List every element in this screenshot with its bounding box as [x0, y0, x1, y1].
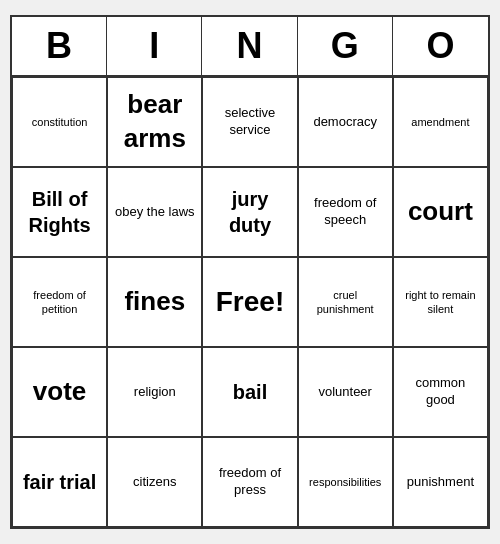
bingo-cell[interactable]: court — [393, 167, 488, 257]
bingo-card: B I N G O constitutionbear armsselective… — [10, 15, 490, 529]
bingo-cell[interactable]: constitution — [12, 77, 107, 167]
bingo-cell[interactable]: punishment — [393, 437, 488, 527]
bingo-cell[interactable]: Free! — [202, 257, 297, 347]
bingo-grid: constitutionbear armsselective servicede… — [12, 77, 488, 527]
bingo-cell[interactable]: freedom of speech — [298, 167, 393, 257]
bingo-cell[interactable]: responsibilities — [298, 437, 393, 527]
bingo-cell[interactable]: amendment — [393, 77, 488, 167]
bingo-cell[interactable]: cruel punishment — [298, 257, 393, 347]
bingo-cell[interactable]: vote — [12, 347, 107, 437]
bingo-cell[interactable]: jury duty — [202, 167, 297, 257]
bingo-cell[interactable]: freedom of petition — [12, 257, 107, 347]
bingo-cell[interactable]: obey the laws — [107, 167, 202, 257]
bingo-cell[interactable]: religion — [107, 347, 202, 437]
header-n: N — [202, 17, 297, 75]
bingo-cell[interactable]: fines — [107, 257, 202, 347]
bingo-cell[interactable]: citizens — [107, 437, 202, 527]
bingo-cell[interactable]: volunteer — [298, 347, 393, 437]
header-i: I — [107, 17, 202, 75]
bingo-cell[interactable]: democracy — [298, 77, 393, 167]
bingo-cell[interactable]: right to remain silent — [393, 257, 488, 347]
bingo-cell[interactable]: bear arms — [107, 77, 202, 167]
bingo-cell[interactable]: bail — [202, 347, 297, 437]
bingo-header: B I N G O — [12, 17, 488, 77]
header-g: G — [298, 17, 393, 75]
header-b: B — [12, 17, 107, 75]
bingo-cell[interactable]: freedom of press — [202, 437, 297, 527]
bingo-cell[interactable]: fair trial — [12, 437, 107, 527]
bingo-cell[interactable]: selective service — [202, 77, 297, 167]
bingo-cell[interactable]: common good — [393, 347, 488, 437]
header-o: O — [393, 17, 488, 75]
bingo-cell[interactable]: Bill of Rights — [12, 167, 107, 257]
